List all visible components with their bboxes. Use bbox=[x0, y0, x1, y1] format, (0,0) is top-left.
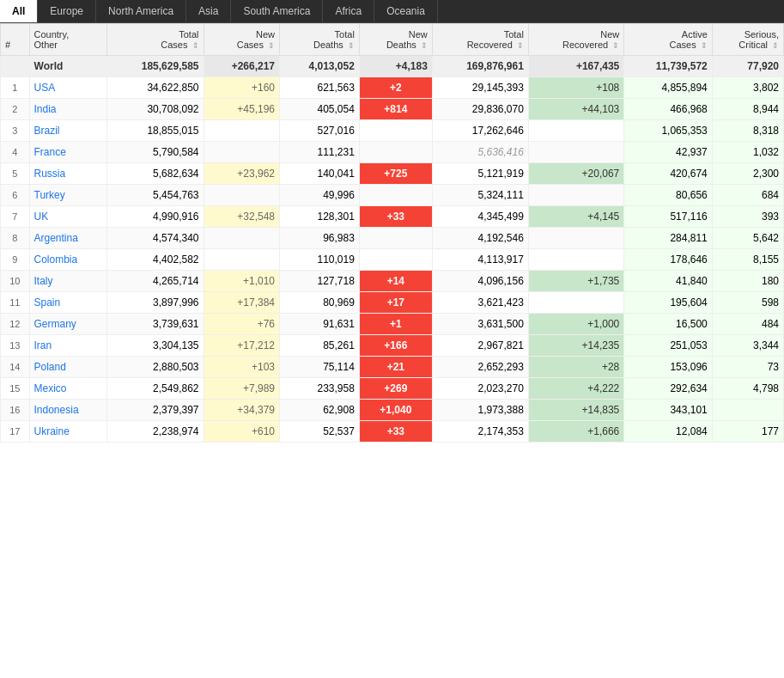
table-row: 17 Ukraine 2,238,974 +610 52,537 +33 2,1… bbox=[1, 421, 784, 443]
table-row: 10 Italy 4,265,714 +1,010 127,718 +14 4,… bbox=[1, 271, 784, 292]
serious-cell: 8,155 bbox=[712, 249, 783, 271]
total-deaths-cell: 62,908 bbox=[280, 400, 360, 421]
tab-europe[interactable]: Europe bbox=[38, 0, 96, 22]
total-cases-cell: 4,265,714 bbox=[107, 271, 204, 292]
rank-cell: 10 bbox=[1, 271, 30, 292]
country-cell[interactable]: France bbox=[29, 142, 107, 163]
new-recovered-cell: +14,835 bbox=[528, 400, 623, 421]
country-cell[interactable]: Ukraine bbox=[29, 421, 107, 443]
new-cases-cell bbox=[204, 185, 280, 206]
new-cases-cell: +23,962 bbox=[204, 163, 280, 185]
new-deaths-cell: +17 bbox=[359, 292, 432, 314]
serious-cell: 598 bbox=[712, 292, 783, 314]
country-cell[interactable]: India bbox=[29, 99, 107, 120]
table-row: 6 Turkey 5,454,763 49,996 5,324,111 80,6… bbox=[1, 185, 784, 206]
country-cell[interactable]: Turkey bbox=[29, 185, 107, 206]
tab-asia[interactable]: Asia bbox=[186, 0, 231, 22]
table-row: 14 Poland 2,880,503 +103 75,114 +21 2,65… bbox=[1, 357, 784, 378]
rank-cell: 1 bbox=[1, 77, 30, 99]
new-cases-cell: +103 bbox=[204, 357, 280, 378]
total-deaths-cell: 140,041 bbox=[280, 163, 360, 185]
col-total-deaths[interactable]: TotalDeaths ⇕ bbox=[280, 24, 360, 56]
new-deaths-cell: +2 bbox=[359, 77, 432, 99]
tab-oceania[interactable]: Oceania bbox=[374, 0, 438, 22]
serious-cell: 5,642 bbox=[712, 228, 783, 249]
rank-cell: 12 bbox=[1, 314, 30, 335]
country-link: Mexico bbox=[34, 382, 67, 394]
active-cases-cell: 517,116 bbox=[624, 206, 712, 228]
col-total-recovered[interactable]: TotalRecovered ⇕ bbox=[432, 24, 528, 56]
country-cell[interactable]: Colombia bbox=[29, 249, 107, 271]
new-deaths-cell: +725 bbox=[359, 163, 432, 185]
serious-cell: 177 bbox=[712, 421, 783, 443]
new-recovered-cell: +14,235 bbox=[528, 335, 623, 357]
country-cell[interactable]: Poland bbox=[29, 357, 107, 378]
tab-south-america[interactable]: South America bbox=[231, 0, 323, 22]
col-new-cases[interactable]: NewCases ⇕ bbox=[204, 24, 280, 56]
serious-cell: 393 bbox=[712, 206, 783, 228]
rank-cell: 5 bbox=[1, 163, 30, 185]
world-row: World 185,629,585 +266,217 4,013,052 +4,… bbox=[1, 56, 784, 77]
country-cell[interactable]: Indonesia bbox=[29, 400, 107, 421]
total-recovered-cell: 1,973,388 bbox=[432, 400, 528, 421]
country-cell[interactable]: Germany bbox=[29, 314, 107, 335]
table-row: 1 USA 34,622,850 +160 621,563 +2 29,145,… bbox=[1, 77, 784, 99]
country-cell[interactable]: Argentina bbox=[29, 228, 107, 249]
tab-bar: AllEuropeNorth AmericaAsiaSouth AmericaA… bbox=[0, 0, 784, 23]
new-recovered-cell: +20,067 bbox=[528, 163, 623, 185]
total-recovered-cell: 29,836,070 bbox=[432, 99, 528, 120]
country-cell[interactable]: Spain bbox=[29, 292, 107, 314]
total-cases-cell: 5,454,763 bbox=[107, 185, 204, 206]
tab-africa[interactable]: Africa bbox=[323, 0, 374, 22]
world-rank bbox=[1, 56, 30, 77]
total-deaths-cell: 621,563 bbox=[280, 77, 360, 99]
new-recovered-cell bbox=[528, 185, 623, 206]
tab-all[interactable]: All bbox=[0, 0, 38, 22]
total-cases-cell: 4,574,340 bbox=[107, 228, 204, 249]
new-deaths-cell: +269 bbox=[359, 378, 432, 400]
col-new-deaths[interactable]: NewDeaths ⇕ bbox=[359, 24, 432, 56]
new-deaths-cell: +166 bbox=[359, 335, 432, 357]
serious-cell: 684 bbox=[712, 185, 783, 206]
total-recovered-cell: 2,174,353 bbox=[432, 421, 528, 443]
country-link: USA bbox=[34, 82, 56, 94]
total-deaths-cell: 405,054 bbox=[280, 99, 360, 120]
world-active-cases: 11,739,572 bbox=[624, 56, 712, 77]
new-cases-cell: +610 bbox=[204, 421, 280, 443]
col-new-recovered[interactable]: NewRecovered ⇕ bbox=[528, 24, 623, 56]
total-recovered-cell: 2,652,293 bbox=[432, 357, 528, 378]
col-serious[interactable]: Serious,Critical ⇕ bbox=[712, 24, 783, 56]
country-cell[interactable]: Iran bbox=[29, 335, 107, 357]
active-cases-cell: 251,053 bbox=[624, 335, 712, 357]
total-recovered-cell: 29,145,393 bbox=[432, 77, 528, 99]
col-total-cases[interactable]: TotalCases ⇕ bbox=[107, 24, 204, 56]
active-cases-cell: 195,604 bbox=[624, 292, 712, 314]
country-link: Spain bbox=[34, 296, 61, 308]
country-cell[interactable]: Brazil bbox=[29, 120, 107, 142]
table-row: 16 Indonesia 2,379,397 +34,379 62,908 +1… bbox=[1, 400, 784, 421]
total-cases-cell: 5,682,634 bbox=[107, 163, 204, 185]
col-active-cases[interactable]: ActiveCases ⇕ bbox=[624, 24, 712, 56]
country-cell[interactable]: Russia bbox=[29, 163, 107, 185]
table-row: 3 Brazil 18,855,015 527,016 17,262,646 1… bbox=[1, 120, 784, 142]
total-deaths-cell: 75,114 bbox=[280, 357, 360, 378]
total-cases-cell: 3,739,631 bbox=[107, 314, 204, 335]
total-deaths-cell: 91,631 bbox=[280, 314, 360, 335]
total-recovered-cell: 2,023,270 bbox=[432, 378, 528, 400]
country-cell[interactable]: USA bbox=[29, 77, 107, 99]
country-cell[interactable]: UK bbox=[29, 206, 107, 228]
country-cell[interactable]: Mexico bbox=[29, 378, 107, 400]
world-serious: 77,920 bbox=[712, 56, 783, 77]
new-cases-cell bbox=[204, 228, 280, 249]
serious-cell: 3,802 bbox=[712, 77, 783, 99]
table-row: 15 Mexico 2,549,862 +7,989 233,958 +269 … bbox=[1, 378, 784, 400]
country-link: Russia bbox=[34, 168, 66, 180]
rank-cell: 9 bbox=[1, 249, 30, 271]
total-recovered-cell: 4,345,499 bbox=[432, 206, 528, 228]
active-cases-cell: 42,937 bbox=[624, 142, 712, 163]
total-deaths-cell: 233,958 bbox=[280, 378, 360, 400]
tab-north-america[interactable]: North America bbox=[96, 0, 186, 22]
rank-cell: 8 bbox=[1, 228, 30, 249]
new-cases-cell: +17,212 bbox=[204, 335, 280, 357]
country-cell[interactable]: Italy bbox=[29, 271, 107, 292]
